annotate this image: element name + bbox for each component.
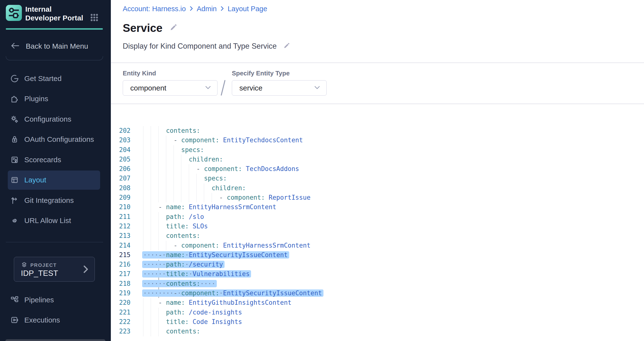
code-line[interactable]: 215····-·name:·EntitySecurityIssueConten… xyxy=(111,250,644,260)
code-line-content: children: xyxy=(143,155,223,164)
edit-subtitle-pencil-icon[interactable] xyxy=(283,42,290,50)
indent-guide xyxy=(158,164,166,174)
yaml-code-editor[interactable]: 202contents:203- component: EntityTechdo… xyxy=(111,126,644,336)
line-number[interactable]: 204 xyxy=(111,145,130,155)
breadcrumb-link[interactable]: Account: Harness.io xyxy=(123,5,186,13)
code-line[interactable]: 213contents: xyxy=(111,231,644,240)
code-line[interactable]: 219········-·component:·EntitySecurityIs… xyxy=(111,288,644,298)
indent-guide xyxy=(166,241,174,250)
code-line[interactable]: 222title: Code Insights xyxy=(111,317,644,327)
sidebar-item-oauth-configurations[interactable]: OAuth Configurations xyxy=(0,129,111,150)
line-number[interactable]: 223 xyxy=(111,327,130,336)
sidebar-item-scorecards[interactable]: Scorecards xyxy=(0,150,111,170)
indent-guide xyxy=(174,174,181,183)
indent-guide xyxy=(143,298,151,307)
line-number[interactable]: 219 xyxy=(111,288,130,298)
sidebar-item-executions[interactable]: Executions xyxy=(0,310,111,330)
indent-guide xyxy=(151,174,158,183)
line-number[interactable]: 212 xyxy=(111,222,130,231)
selection-highlight: ······contents:···· xyxy=(142,280,217,287)
code-line-content: contents: xyxy=(143,126,200,136)
oauth-icon xyxy=(10,135,19,144)
line-number[interactable]: 205 xyxy=(111,155,130,164)
layers-icon xyxy=(21,261,28,269)
indent-guide xyxy=(151,327,158,336)
indent-guide xyxy=(143,126,151,136)
indent-guide xyxy=(158,222,166,231)
sidebar-item-url-allow-list[interactable]: URL Allow List xyxy=(0,211,111,231)
indent-guide xyxy=(143,308,151,317)
code-line[interactable]: 212title: SLOs xyxy=(111,222,644,231)
code-line-content: ······contents:···· xyxy=(143,279,217,288)
code-line[interactable]: 207specs: xyxy=(111,174,644,183)
line-number[interactable]: 214 xyxy=(111,241,130,250)
code-line[interactable]: 202contents: xyxy=(111,126,644,136)
line-number[interactable]: 215 xyxy=(111,250,130,260)
sidebar-item-git-integrations[interactable]: Git Integrations xyxy=(0,190,111,211)
code-line[interactable]: 211path: /slo xyxy=(111,212,644,222)
entity-kind-select[interactable]: component xyxy=(123,80,218,96)
indent-guide xyxy=(158,308,166,317)
sidebar-item-plugins[interactable]: Plugins xyxy=(0,89,111,109)
indent-guide xyxy=(158,241,166,250)
breadcrumb-link[interactable]: Admin xyxy=(197,5,217,13)
line-number[interactable]: 207 xyxy=(111,174,130,183)
code-line[interactable]: 204specs: xyxy=(111,145,644,155)
code-line[interactable]: 221path: /code-insights xyxy=(111,308,644,317)
sidebar-item-layout[interactable]: Layout xyxy=(0,170,111,190)
line-number[interactable]: 220 xyxy=(111,298,130,307)
code-line[interactable]: 210- name: EntityHarnessSrmContent xyxy=(111,202,644,212)
project-selector[interactable]: PROJECT IDP_TEST xyxy=(14,257,95,282)
indent-guide xyxy=(158,126,166,136)
git-icon xyxy=(10,196,19,205)
line-number[interactable]: 208 xyxy=(111,183,130,193)
line-number[interactable]: 211 xyxy=(111,212,130,222)
code-line-content: path: /code-insights xyxy=(143,308,242,317)
sidebar-item-label: Pipelines xyxy=(24,296,54,304)
code-line[interactable]: 223contents: xyxy=(111,327,644,336)
indent-guide xyxy=(151,126,158,136)
code-line[interactable]: 218······contents:···· xyxy=(111,279,644,288)
code-line[interactable]: 209- component: ReportIssue xyxy=(111,193,644,202)
project-name: IDP_TEST xyxy=(21,269,58,278)
line-number[interactable]: 222 xyxy=(111,317,130,327)
line-number[interactable]: 206 xyxy=(111,164,130,174)
page-title: Service xyxy=(123,22,162,35)
code-line[interactable]: 220- name: EntityGithubInsightsContent xyxy=(111,298,644,307)
line-number[interactable]: 202 xyxy=(111,126,130,136)
code-line[interactable]: 203- component: EntityTechdocsContent xyxy=(111,136,644,145)
line-number[interactable]: 209 xyxy=(111,193,130,202)
line-number[interactable]: 217 xyxy=(111,269,130,279)
back-to-main-menu-button[interactable]: Back to Main Menu xyxy=(10,41,88,52)
line-number[interactable]: 213 xyxy=(111,231,130,240)
sidebar-item-get-started[interactable]: Get Started xyxy=(0,68,111,89)
apps-grid-icon[interactable] xyxy=(89,12,100,23)
line-number[interactable]: 216 xyxy=(111,260,130,269)
harness-idp-logo-icon[interactable] xyxy=(6,5,22,21)
code-line[interactable]: 208children: xyxy=(111,183,644,193)
line-number[interactable]: 203 xyxy=(111,136,130,145)
line-number[interactable]: 218 xyxy=(111,279,130,288)
sidebar-bottom-item[interactable] xyxy=(5,339,106,341)
line-number[interactable]: 210 xyxy=(111,202,130,212)
indent-guide xyxy=(158,145,166,155)
code-line[interactable]: 216······path:·/security xyxy=(111,260,644,269)
sidebar-item-label: Scorecards xyxy=(24,156,61,164)
code-line-content: contents: xyxy=(143,327,200,336)
url-icon xyxy=(10,216,19,225)
indent-guide xyxy=(143,145,151,155)
sidebar-item-pipelines[interactable]: Pipelines xyxy=(0,290,111,310)
code-line[interactable]: 206- component: TechDocsAddons xyxy=(111,164,644,174)
indent-guide xyxy=(151,317,158,327)
entity-type-select[interactable]: service xyxy=(232,80,326,96)
edit-title-pencil-icon[interactable] xyxy=(170,24,177,32)
code-line[interactable]: 214- component: EntityHarnessSrmContent xyxy=(111,241,644,250)
code-line[interactable]: 217······title:·Vulnerabilities xyxy=(111,269,644,279)
indent-guide xyxy=(174,145,181,155)
indent-guide xyxy=(204,183,212,193)
breadcrumb-link[interactable]: Layout Page xyxy=(228,5,267,13)
sidebar-item-configurations[interactable]: Configurations xyxy=(0,109,111,129)
code-line[interactable]: 205children: xyxy=(111,155,644,164)
indent-guide xyxy=(158,155,166,164)
line-number[interactable]: 221 xyxy=(111,308,130,317)
